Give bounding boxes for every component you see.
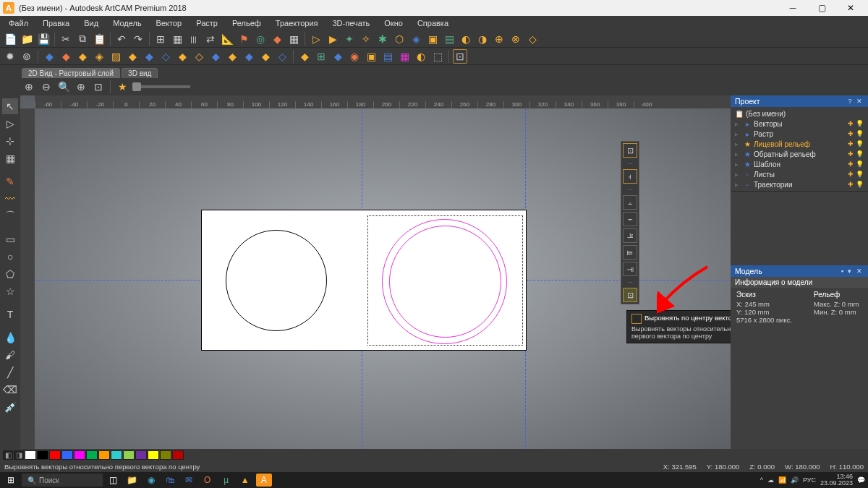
r8[interactable]: ◇ bbox=[158, 49, 173, 64]
menu-справка[interactable]: Справка bbox=[412, 17, 454, 29]
color-fg[interactable]: ◧ bbox=[3, 450, 13, 460]
project-panel-header[interactable]: Проект? ✕ bbox=[731, 95, 868, 107]
taskbar-search[interactable]: 🔍 Поиск bbox=[22, 474, 103, 487]
maximize-button[interactable]: ▢ bbox=[807, 0, 836, 16]
zoom-fit-icon[interactable]: ⊡ bbox=[91, 80, 106, 94]
tray-wifi-icon[interactable]: 📶 bbox=[778, 476, 786, 484]
flag-icon[interactable]: ⚑ bbox=[237, 32, 251, 46]
menu-правка[interactable]: Правка bbox=[37, 17, 75, 29]
align-bottom[interactable]: ⫣ bbox=[623, 262, 637, 276]
tray-notifications-icon[interactable]: 💬 bbox=[857, 476, 865, 484]
r22[interactable]: ▦ bbox=[397, 49, 412, 64]
r19[interactable]: ◉ bbox=[347, 49, 362, 64]
color-swatch[interactable] bbox=[25, 450, 36, 460]
vec-tool-5[interactable]: ✱ bbox=[375, 32, 390, 46]
paste-icon[interactable]: 📋 bbox=[92, 32, 106, 46]
color-swatch[interactable] bbox=[172, 450, 184, 460]
pen-tool[interactable]: ✎ bbox=[2, 174, 18, 189]
align-icon[interactable]: ▦ bbox=[170, 32, 184, 46]
utorrent-icon[interactable]: µ bbox=[218, 474, 234, 487]
color-swatch[interactable] bbox=[86, 450, 98, 460]
align-v-center[interactable]: ⫢ bbox=[623, 245, 637, 260]
model-panel-header[interactable]: Модель▪ ▾ ✕ bbox=[731, 265, 868, 277]
tree-Векторы[interactable]: ▹▸Векторы✚ 💡 bbox=[733, 119, 865, 129]
picker-tool[interactable]: 💉 bbox=[2, 399, 18, 415]
menu-3d-печать[interactable]: 3D-печать bbox=[327, 17, 376, 29]
undo-icon[interactable]: ↶ bbox=[114, 32, 129, 46]
grid-icon[interactable]: ⊞ bbox=[153, 32, 168, 46]
cut-icon[interactable]: ✂ bbox=[59, 32, 73, 46]
vec-tool-1[interactable]: ▷ bbox=[309, 32, 323, 46]
r18[interactable]: ◆ bbox=[331, 49, 345, 64]
color-swatch[interactable] bbox=[135, 450, 147, 460]
vec-tool-11[interactable]: ◑ bbox=[475, 32, 490, 46]
align-center-both[interactable]: ⊡ bbox=[623, 143, 637, 158]
r15[interactable]: ◇ bbox=[275, 49, 289, 64]
menu-рельеф[interactable]: Рельеф bbox=[226, 17, 267, 29]
star-icon[interactable]: ★ bbox=[115, 80, 129, 94]
vec-tool-9[interactable]: ▤ bbox=[442, 32, 456, 46]
zoom-slider[interactable] bbox=[132, 85, 190, 88]
align-left[interactable]: ⫞ bbox=[623, 169, 637, 184]
r6[interactable]: ◆ bbox=[125, 49, 140, 64]
color-swatch[interactable] bbox=[74, 450, 85, 460]
cube-icon[interactable]: ◆ bbox=[270, 32, 284, 46]
minimize-button[interactable]: ─ bbox=[778, 0, 807, 16]
fill-tool[interactable]: 💧 bbox=[2, 330, 18, 346]
tree-Лицевой рельеф[interactable]: ▹★Лицевой рельеф✚ 💡 bbox=[733, 139, 865, 149]
r13[interactable]: ◆ bbox=[242, 49, 256, 64]
r16[interactable]: ◆ bbox=[297, 49, 312, 64]
r5[interactable]: ▨ bbox=[109, 49, 123, 64]
color-swatch[interactable] bbox=[37, 450, 48, 460]
r23[interactable]: ◐ bbox=[414, 49, 428, 64]
vec-tool-13[interactable]: ⊗ bbox=[509, 32, 523, 46]
r4[interactable]: ◈ bbox=[92, 49, 106, 64]
save-icon[interactable]: 💾 bbox=[36, 32, 51, 46]
close-button[interactable]: ✕ bbox=[836, 0, 865, 16]
vec-tool-12[interactable]: ⊕ bbox=[492, 32, 506, 46]
vec-tool-4[interactable]: ✧ bbox=[359, 32, 373, 46]
r24[interactable]: ⬚ bbox=[430, 49, 445, 64]
color-swatch[interactable] bbox=[98, 450, 110, 460]
vec-tool-3[interactable]: ✦ bbox=[342, 32, 357, 46]
tray-chevron-icon[interactable]: ^ bbox=[760, 476, 763, 484]
r9[interactable]: ◆ bbox=[175, 49, 190, 64]
task-view-icon[interactable]: ◫ bbox=[106, 474, 122, 487]
color-swatch[interactable] bbox=[49, 450, 61, 460]
opera-icon[interactable]: O bbox=[200, 474, 216, 487]
align-button[interactable]: ⊡ bbox=[453, 49, 467, 64]
tray-volume-icon[interactable]: 🔊 bbox=[791, 476, 799, 484]
vlc-icon[interactable]: ▲ bbox=[237, 474, 253, 487]
measure-icon[interactable]: 📐 bbox=[220, 32, 234, 46]
color-swatch[interactable] bbox=[111, 450, 122, 460]
redo-icon[interactable]: ↷ bbox=[131, 32, 145, 46]
new-file-icon[interactable]: 📄 bbox=[3, 32, 17, 46]
r11[interactable]: ◆ bbox=[208, 49, 223, 64]
color-swatch[interactable] bbox=[123, 450, 135, 460]
vec-tool-2[interactable]: ▶ bbox=[326, 32, 340, 46]
open-folder-icon[interactable]: 📁 bbox=[20, 32, 34, 46]
vec-tool-10[interactable]: ◐ bbox=[459, 32, 473, 46]
eraser-tool[interactable]: ⌫ bbox=[2, 382, 18, 398]
r12[interactable]: ◆ bbox=[225, 49, 239, 64]
tree-Траектории[interactable]: ▹▫Траектории✚ 💡 bbox=[733, 179, 865, 189]
vector-circle-1[interactable] bbox=[226, 230, 327, 331]
r14[interactable]: ◆ bbox=[258, 49, 273, 64]
tree-Листы[interactable]: ▹▫Листы✚ 💡 bbox=[733, 169, 865, 179]
rectangle-tool[interactable]: ▭ bbox=[2, 231, 18, 247]
align-top[interactable]: ⫡ bbox=[623, 228, 637, 243]
star-tool[interactable]: ☆ bbox=[2, 283, 18, 299]
distribute-icon[interactable]: ⫼ bbox=[187, 32, 201, 46]
tree-Шаблон[interactable]: ▹★Шаблон✚ 💡 bbox=[733, 159, 865, 169]
circle-tool[interactable]: ○ bbox=[2, 249, 18, 265]
globe-icon[interactable]: ⊚ bbox=[20, 49, 34, 64]
explorer-icon[interactable]: 📁 bbox=[124, 474, 140, 487]
tray-lang[interactable]: РУС bbox=[803, 476, 816, 484]
menu-вид[interactable]: Вид bbox=[78, 17, 104, 29]
menu-траектория[interactable]: Траектория bbox=[270, 17, 324, 29]
r2[interactable]: ◆ bbox=[59, 49, 73, 64]
menu-вектор[interactable]: Вектор bbox=[150, 17, 188, 29]
tray-cloud-icon[interactable]: ☁ bbox=[767, 476, 774, 484]
color-bg[interactable]: ◨ bbox=[14, 450, 24, 460]
menu-растр[interactable]: Растр bbox=[190, 17, 224, 29]
